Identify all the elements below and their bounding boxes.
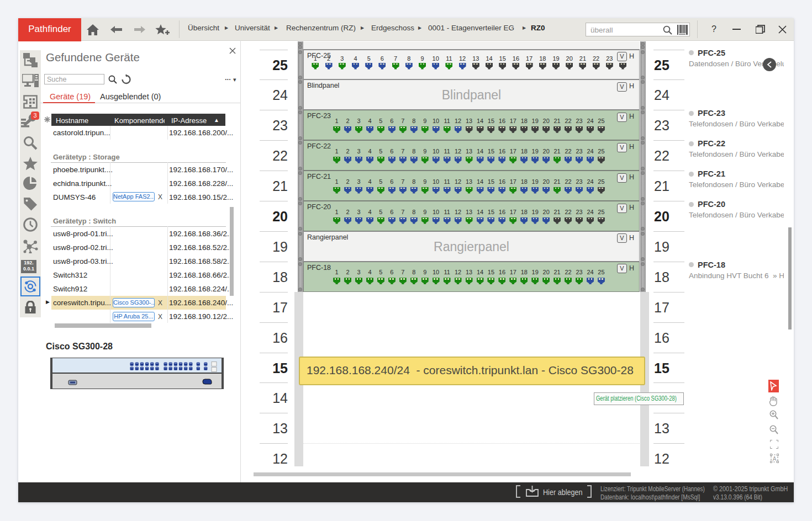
svg-text:A: A xyxy=(773,456,777,462)
